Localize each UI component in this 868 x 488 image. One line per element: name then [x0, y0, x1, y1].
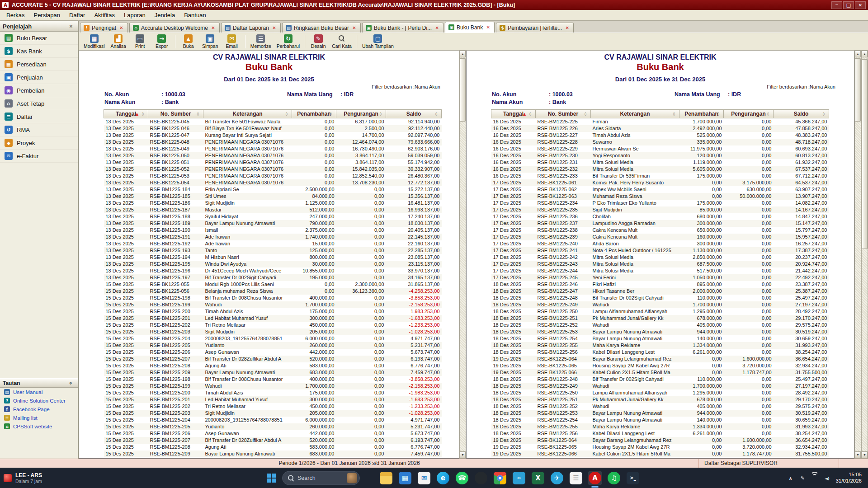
taskbar-telegram-icon[interactable]: ✈ [550, 471, 564, 485]
left-panel-scrollbar[interactable]: ▲ ▼ [459, 51, 466, 459]
table-row[interactable]: 16 Des 2025RSE-BM1225-232Mitra Solusi Me… [491, 166, 829, 173]
link-mailing-list[interactable]: ✉Mailing list [0, 413, 78, 422]
toolbar-simpan[interactable]: ▣Simpan [200, 33, 221, 50]
sidebar-item-pembelian[interactable]: ◉Pembelian [0, 84, 78, 97]
taskbar-chrome-icon[interactable] [493, 471, 507, 485]
table-row[interactable]: 13 Des 2025RSE-BK1225-048PENERIMAAN NEGA… [104, 139, 442, 145]
sidebar-item-penjualan[interactable]: ▣Penjualan [0, 71, 78, 84]
toolbar-email[interactable]: ✉Email [222, 33, 242, 50]
table-row[interactable]: 15 Des 2025RSE-BM1225-206Asep Gunawan442… [104, 349, 442, 356]
wifi-icon[interactable] [811, 474, 818, 483]
table-row[interactable]: 17 Des 2025RSE-BM1225-244Mitra Solusi Me… [491, 267, 829, 274]
table-row[interactable]: 13 Des 2025RSE-BM1225-185Siti Umes84.000… [104, 193, 442, 200]
toolbar-perbaharui[interactable]: ↻Perbaharui [274, 33, 302, 50]
table-row[interactable]: 13 Des 2025RSE-BM1225-189Bayar Lampu Nun… [104, 220, 442, 227]
table-row[interactable]: 19 Des 2025RSE-BK1225-064Bayar Barang Le… [491, 437, 829, 444]
tab-pembayaran-terfilte[interactable]: $Pembayaran [Terfilte...✕ [496, 23, 574, 33]
window-scrollbar[interactable]: ▲ ▼ [861, 51, 868, 459]
table-row[interactable]: 18 Des 2025RSE-BM1225-251Pk Muhammad Jun… [491, 396, 829, 403]
scroll-thumb[interactable] [460, 58, 466, 122]
table-row[interactable]: 19 Des 2025RSE-BK1225-066Kabel Culion 2X… [491, 369, 829, 376]
table-row[interactable]: 16 Des 2025RSE-BM1225-230Yogi Responanto… [491, 152, 829, 159]
table-row[interactable]: 18 Des 2025RSE-BM1225-254Bayar Lampu Nun… [491, 417, 829, 423]
table-row[interactable]: 18 Des 2025RSE-BM1225-254Bayar Lampu Nun… [491, 335, 829, 342]
table-row[interactable]: 13 Des 2025RSE-BM1225-188Syaiful Hidayat… [104, 213, 442, 220]
taskbar-edge-icon[interactable]: e [436, 471, 450, 485]
table-row[interactable]: 13 Des 2025RSE-BM1225-195Winda Dwi Ayudy… [104, 261, 442, 267]
table-row[interactable]: 18 Des 2025RSE-BM1225-249Wahudi1.700.000… [491, 301, 829, 308]
volume-icon[interactable]: ◄) [823, 474, 830, 482]
table-row[interactable]: 15 Des 2025RSE-BM1225-201Led Habitat Muh… [104, 396, 442, 403]
table-row[interactable]: 18 Des 2025RSE-BM1225-249Wahudi1.700.000… [491, 383, 829, 389]
taskbar-excel-icon[interactable]: X [531, 471, 545, 485]
link-cpssoft-website[interactable]: ⌂CPSSoft website [0, 422, 78, 431]
table-row[interactable]: 17 Des 2025RSE-BM1225-239Cakra Kencana M… [491, 234, 829, 240]
table-row[interactable]: 15 Des 2025RSE-BM1225-204200008203_19125… [104, 335, 442, 342]
table-row[interactable]: 17 Des 2025RSE-BM1225-241Nota 4 Pcs Hule… [491, 247, 829, 254]
column-header-no-sumber[interactable]: No. Sumber◊ [536, 110, 591, 118]
taskbar-search[interactable]: Search [282, 471, 360, 485]
taskbar-powershell-icon[interactable]: >_ [626, 471, 640, 485]
table-row[interactable]: 17 Des 2025RSE-BK1225-062Impex Ww Mcbili… [491, 186, 829, 193]
taskbar-github-icon[interactable] [474, 471, 488, 485]
sidebar-item-proyek[interactable]: ◆Proyek [0, 136, 78, 150]
taskbar-vscode-icon[interactable]: ‹› [512, 471, 526, 485]
table-row[interactable]: 18 Des 2025RSE-BM1225-252Wahudi405.000,0… [491, 403, 829, 410]
table-row[interactable]: 16 Des 2025RSE-BM1225-227Timah Abdul Azi… [491, 132, 829, 139]
sidebar-item-e-faktur[interactable]: ✉e-Faktur [0, 150, 78, 163]
table-row[interactable]: 17 Des 2025RSE-BM1225-236Cholifah680.000… [491, 213, 829, 220]
table-row[interactable]: 18 Des 2025RSE-BM1225-255Maha Karya Rekl… [491, 342, 829, 349]
column-header-no-sumber[interactable]: No. Sumber◊ [148, 110, 203, 118]
table-row[interactable]: 18 Des 2025RSE-BM1225-252Wahudi405.000,0… [491, 322, 829, 328]
table-row[interactable]: 13 Des 2025RSE-BK1225-053PENERIMAAN NEGA… [104, 173, 442, 179]
table-row[interactable]: 13 Des 2025RSE-BK1225-047Kurang Bayar In… [104, 132, 442, 139]
table-row[interactable]: 16 Des 2025RSE-BM1225-228Suwarno335.000,… [491, 139, 829, 145]
sidebar-item-buku-besar[interactable]: ▤Buku Besar [0, 32, 78, 45]
table-row[interactable]: 15 Des 2025RSE-BM1225-200Timah Abdul Azi… [104, 389, 442, 396]
scroll-down-icon[interactable]: ▼ [862, 451, 868, 458]
link-online-solution-center[interactable]: ?Online Solution Center [0, 396, 78, 405]
link-facebook-page[interactable]: fFacebook Page [0, 405, 78, 413]
table-row[interactable]: 16 Des 2025RSE-BM1225-231Mitra Solusi Me… [491, 159, 829, 166]
table-row[interactable]: 15 Des 2025RSE-BM1225-199Wahudi1.700.000… [104, 301, 442, 308]
table-row[interactable]: 13 Des 2025RSE-BM1225-197Bif Transfer Dr… [104, 274, 442, 281]
table-row[interactable]: 13 Des 2025RSE-BK1225-049PENERIMAAN NEGA… [104, 145, 442, 152]
taskbar-spotify-icon[interactable]: ♫ [607, 471, 621, 485]
table-row[interactable]: 18 Des 2025RSE-BM1225-255Maha Karya Rekl… [491, 423, 829, 430]
table-row[interactable]: 15 Des 2025RSE-BM1225-198Bif Transfer Dr… [104, 376, 442, 383]
taskbar-whatsapp-icon[interactable]: ☎ [455, 471, 469, 485]
column-header-tanggal[interactable]: Tanggal▲◊ [104, 110, 148, 118]
table-row[interactable]: 17 Des 2025RSE-BM1225-234P Eko Trimlaser… [491, 200, 829, 206]
tab-pengingat[interactable]: !Pengingat✕ [80, 23, 128, 33]
table-row[interactable]: 15 Des 2025RSE-BM1225-208Agung Ati583.00… [104, 444, 442, 450]
table-row[interactable]: 19 Des 2025RSE-BK1225-065Housing Sayap 2… [491, 444, 829, 450]
column-header-keterangan[interactable]: Keterangan◊ [591, 110, 679, 118]
table-row[interactable]: 15 Des 2025RSE-BK1225-056Belanja muhamad… [104, 288, 442, 295]
table-row[interactable]: 18 Des 2025RSE-BM1225-256Kabel Dilasri L… [491, 430, 829, 437]
table-row[interactable]: 17 Des 2025RSE-BM1225-245Yeni Ferini1.05… [491, 274, 829, 281]
table-row[interactable]: 13 Des 2025RSE-BM1225-184Erlin Apriani S… [104, 186, 442, 193]
sidebar-item-persediaan[interactable]: ▦Persediaan [0, 58, 78, 71]
toolbar-expor[interactable]: →Expor [151, 33, 172, 50]
table-row[interactable]: 15 Des 2025RSE-BM1225-207Bif Transfer Dr… [104, 437, 442, 444]
sidebar-item-rma[interactable]: ↺RMA [0, 123, 78, 136]
column-header-penambahan[interactable]: Penambahan◊ [292, 110, 336, 118]
scroll-down-icon[interactable]: ▼ [855, 451, 861, 458]
column-header-pengurangan[interactable]: Pengurangan◊ [336, 110, 386, 118]
table-row[interactable]: 15 Des 2025RSE-BM1225-208Agung Ati583.00… [104, 362, 442, 369]
table-row[interactable]: 18 Des 2025RSE-BM1225-246Fikri Hafizi895… [491, 281, 829, 288]
table-row[interactable]: 18 Des 2025RSE-BM1225-250Lampu Alfianmuh… [491, 389, 829, 396]
scroll-thumb[interactable] [855, 58, 861, 122]
sidebar-item-aset-tetap[interactable]: ⌂Aset Tetap [0, 97, 78, 110]
table-row[interactable]: 17 Des 2025RSE-BM1225-235Sigit Mudjidin8… [491, 206, 829, 213]
tab-accurate-desktop-welcome[interactable]: ⌂Accurate Desktop Welcome✕ [129, 23, 220, 33]
table-row[interactable]: 16 Des 2025RSE-BM1225-233Bif Transfer Dr… [491, 173, 829, 179]
menu-laporan[interactable]: Laporan [119, 10, 150, 20]
toolbar-analisa[interactable]: ▟Analisa [108, 33, 129, 50]
table-row[interactable]: 13 Des 2025RSE-BK1225-051PENERIMAAN NEGA… [104, 159, 442, 166]
table-row[interactable]: 15 Des 2025RSE-BM1225-209Bayar Lampu Nun… [104, 450, 442, 457]
close-panel-icon[interactable]: ✕ [67, 22, 75, 30]
toolbar-desain[interactable]: ✎Desain [308, 33, 329, 50]
table-row[interactable]: 16 Des 2025RSE-BM1225-229Hermawan Alwan … [491, 145, 829, 152]
table-row[interactable]: 13 Des 2025RSE-BM1225-193Tanto125.000,00… [104, 247, 442, 254]
